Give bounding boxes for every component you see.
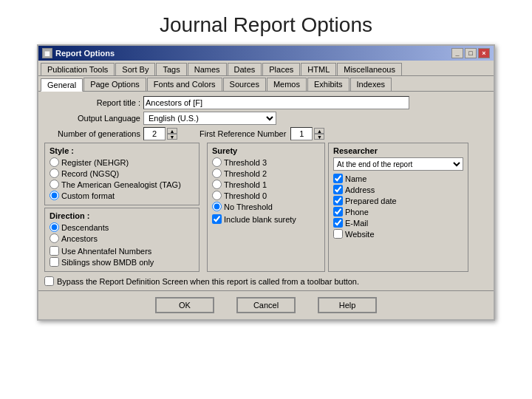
researcher-checkbox-1[interactable] [333, 185, 343, 194]
style-panel-title: Style : [50, 146, 194, 155]
window-icon: ▦ [42, 48, 52, 58]
tab-places[interactable]: Places [262, 63, 300, 75]
researcher-checkbox-3[interactable] [333, 207, 343, 216]
extra-checks: Use Ahnentafel Numbers Siblings show BMD… [50, 246, 194, 267]
surety-radio-0[interactable] [212, 157, 222, 167]
extra-checkbox-1[interactable] [50, 257, 59, 267]
extra-checkbox-0[interactable] [50, 246, 59, 256]
left-panels: Style : Register (NEHGR) Record (NGSQ) T… [44, 143, 204, 272]
bypass-checkbox[interactable] [44, 276, 54, 286]
tab-fonts-colors[interactable]: Fonts and Colors [147, 78, 222, 91]
style-radio-2[interactable] [50, 180, 59, 189]
tab-memos[interactable]: Memos [267, 78, 307, 91]
direction-radio-1[interactable] [50, 233, 59, 243]
minimize-button[interactable]: _ [451, 48, 463, 58]
researcher-panel-title: Researcher [333, 146, 463, 155]
num-generations-down[interactable]: ▼ [167, 134, 177, 140]
title-bar: ▦ Report Options _ □ × [38, 46, 494, 61]
tab-general[interactable]: General [41, 78, 83, 92]
generations-row: Number of generations ▲ ▼ First Referenc… [44, 127, 488, 140]
surety-radio-2[interactable] [212, 180, 222, 189]
bottom-buttons: OK Cancel Help [38, 290, 494, 319]
maximize-button[interactable]: □ [465, 48, 477, 58]
researcher-checkbox-2[interactable] [333, 196, 343, 205]
report-title-input[interactable] [143, 96, 409, 109]
extra-check-0: Use Ahnentafel Numbers [50, 246, 194, 256]
direction-radio-0[interactable] [50, 222, 59, 232]
direction-panel: Direction : Descendants Ancestors Use Ah… [44, 208, 200, 272]
style-radio-1[interactable] [50, 168, 59, 178]
output-language-select[interactable]: English (U.S.) [143, 112, 276, 125]
first-ref-down[interactable]: ▼ [314, 134, 324, 140]
tab-miscellaneous[interactable]: Miscellaneous [337, 63, 402, 75]
surety-label-4: No Threshold [224, 202, 273, 211]
help-button[interactable]: Help [318, 297, 377, 313]
tab-names[interactable]: Names [188, 63, 227, 75]
researcher-check-1: Address [333, 185, 463, 194]
output-language-label: Output Language [44, 114, 140, 123]
include-blank-checkbox[interactable] [212, 214, 222, 224]
researcher-check-0: Name [333, 174, 463, 183]
title-bar-left: ▦ Report Options [42, 48, 115, 58]
num-generations-input[interactable] [143, 127, 166, 140]
researcher-checkbox-5[interactable] [333, 229, 343, 239]
surety-option-1: Threshold 2 [212, 168, 320, 178]
surety-panel: Surety Threshold 3 Threshold 2 Threshold… [207, 143, 325, 272]
report-title-label: Report title : [44, 98, 140, 107]
style-radio-3[interactable] [50, 191, 59, 200]
num-generations-up[interactable]: ▲ [167, 128, 177, 134]
tab-page-options[interactable]: Page Options [83, 78, 146, 91]
tab-publication-tools[interactable]: Publication Tools [41, 63, 115, 75]
researcher-checkbox-4[interactable] [333, 218, 343, 228]
style-label-1: Record (NGSQ) [61, 169, 119, 178]
researcher-label-3: Phone [345, 208, 369, 216]
researcher-position-select[interactable]: At the end of the report [333, 157, 463, 171]
bypass-row: Bypass the Report Definition Screen when… [44, 276, 488, 286]
tab-dates[interactable]: Dates [228, 63, 262, 75]
first-ref-label: First Reference Number [200, 129, 286, 138]
first-ref-input[interactable] [290, 127, 313, 140]
style-label-0: Register (NEHGR) [61, 158, 129, 167]
content-area: Report title : Output Language English (… [38, 92, 494, 290]
cancel-button[interactable]: Cancel [236, 297, 296, 313]
style-option-0: Register (NEHGR) [50, 157, 194, 167]
researcher-checkbox-0[interactable] [333, 174, 343, 183]
output-language-row: Output Language English (U.S.) [44, 112, 488, 125]
researcher-label-4: E-Mail [345, 219, 368, 228]
surety-label-2: Threshold 1 [224, 180, 267, 189]
direction-label-1: Ancestors [61, 234, 98, 243]
first-ref-up[interactable]: ▲ [314, 128, 324, 134]
style-option-1: Record (NGSQ) [50, 168, 194, 178]
style-radio-0[interactable] [50, 157, 59, 167]
tab-indexes[interactable]: Indexes [350, 78, 392, 91]
ok-button[interactable]: OK [155, 297, 214, 313]
researcher-label-5: Website [345, 230, 375, 239]
page-title: Journal Report Options [160, 13, 372, 37]
tab-exhibits[interactable]: Exhibits [307, 78, 349, 91]
tab-row-1: Publication Tools Sort By Tags Names Dat… [38, 61, 494, 76]
tab-row-2: General Page Options Fonts and Colors So… [38, 76, 494, 92]
researcher-panel: Researcher At the end of the report Name… [328, 143, 468, 272]
tab-sources[interactable]: Sources [223, 78, 266, 91]
tab-tags[interactable]: Tags [156, 63, 186, 75]
surety-radio-1[interactable] [212, 168, 222, 178]
extra-check-label-0: Use Ahnentafel Numbers [61, 247, 151, 256]
direction-label-0: Descendants [61, 223, 109, 232]
tab-sort-by[interactable]: Sort By [115, 63, 155, 75]
bypass-label: Bypass the Report Definition Screen when… [57, 277, 359, 286]
include-blank-label: Include blank surety [224, 215, 296, 224]
title-bar-buttons: _ □ × [451, 48, 490, 58]
researcher-label-2: Prepared date [345, 197, 397, 205]
extra-check-1: Siblings show BMDB only [50, 257, 194, 267]
surety-radio-4[interactable] [212, 202, 222, 211]
surety-option-3: Threshold 0 [212, 191, 320, 200]
num-generations-spinner: ▲ ▼ [143, 127, 177, 140]
surety-radio-3[interactable] [212, 191, 222, 200]
close-button[interactable]: × [478, 48, 490, 58]
style-label-3: Custom format [61, 191, 115, 200]
window-title: Report Options [55, 49, 115, 58]
tab-html[interactable]: HTML [301, 63, 336, 75]
direction-option-1: Ancestors [50, 233, 194, 243]
surety-label-1: Threshold 2 [224, 169, 267, 178]
surety-label-3: Threshold 0 [224, 191, 267, 200]
